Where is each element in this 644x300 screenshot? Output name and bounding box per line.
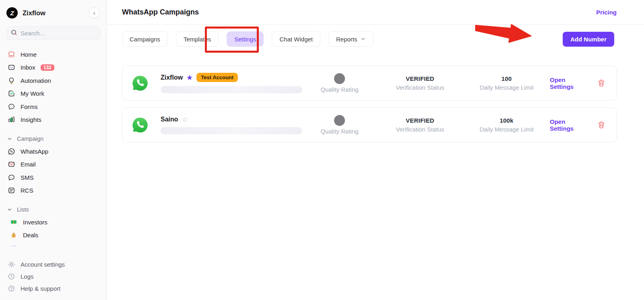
chevron-down-icon (360, 36, 366, 42)
delete-button[interactable] (597, 121, 605, 129)
sidebar-item-email[interactable]: Email (4, 158, 103, 171)
whatsapp-accounts-list: Zixflow ★ Test Account Quality Rating VE… (122, 66, 617, 149)
quality-rating-column: Quality Rating (302, 73, 377, 93)
sidebar-item-label: Account settings (21, 261, 65, 268)
row-actions: Open Settings (550, 76, 605, 90)
home-monitor-icon (7, 50, 15, 58)
tab-campaigns[interactable]: Campaigns (122, 31, 168, 47)
sidebar-item-whatsapp[interactable]: WhatsApp (4, 145, 103, 158)
inbox-unread-badge: 132 (41, 64, 54, 71)
star-filled-icon[interactable]: ★ (186, 74, 193, 81)
list-item-icon (10, 244, 18, 246)
tab-label: Templates (184, 36, 211, 43)
quality-rating-label: Quality Rating (320, 86, 358, 93)
sidebar-item-label: Help & support (21, 285, 60, 292)
sidebar-item-label: Home (21, 51, 37, 58)
banknote-icon (10, 218, 18, 226)
section-label: Lists (17, 206, 29, 213)
sidebar-item-label: Investors (23, 219, 47, 226)
page-title: WhatsApp Campaigns (122, 8, 199, 16)
zixflow-logo: Z (6, 7, 18, 18)
annotation-red-arrow (473, 23, 535, 46)
quality-rating-column: Quality Rating (302, 115, 377, 135)
verification-value: VERIFIED (406, 75, 434, 82)
account-row-zixflow: Zixflow ★ Test Account Quality Rating VE… (122, 66, 617, 101)
sidebar-item-label: WhatsApp Sal (23, 245, 61, 246)
chevron-left-icon: ‹ (93, 10, 95, 16)
section-lists[interactable]: Lists (4, 203, 103, 216)
question-circle-icon (7, 284, 15, 292)
sidebar-item-help-support[interactable]: Help & support (4, 282, 103, 294)
section-campaign[interactable]: Campaign (4, 133, 103, 145)
sidebar-item-inbox[interactable]: Inbox 132 (4, 61, 103, 74)
lightbulb-icon (7, 76, 15, 84)
tab-reports[interactable]: Reports (328, 31, 374, 47)
sidebar-item-label: My Work (21, 90, 44, 97)
sidebar-item-whatsapp-sal-truncated[interactable]: WhatsApp Sal (4, 242, 103, 246)
whatsapp-logo (131, 116, 149, 134)
quality-rating-indicator (334, 115, 345, 126)
tab-label: Chat Widget (279, 36, 313, 43)
sidebar-item-automation[interactable]: Automation (4, 74, 103, 87)
main-content: WhatsApp Campaigns Pricing Campaigns Tem… (107, 0, 644, 300)
daily-limit-label: Daily Message Limit (479, 126, 533, 133)
sidebar-item-label: Email (21, 161, 36, 168)
whatsapp-icon (7, 147, 15, 155)
sidebar-item-logs[interactable]: Logs (4, 270, 103, 282)
search-icon (11, 29, 17, 37)
main-header: WhatsApp Campaigns Pricing (107, 0, 644, 25)
verification-label: Verification Status (396, 126, 444, 133)
tab-settings[interactable]: Settings (227, 31, 264, 47)
open-settings-link[interactable]: Open Settings (550, 76, 587, 90)
sidebar-item-label: Deals (23, 232, 38, 238)
email-envelope-icon (7, 160, 15, 168)
sidebar-item-investors[interactable]: Investors (4, 216, 103, 229)
sidebar-item-insights[interactable]: Insights (4, 113, 103, 127)
brand-name: Zixflow (23, 9, 45, 17)
search-input[interactable] (21, 30, 96, 37)
test-account-badge: Test Account (196, 73, 238, 82)
sidebar-item-sms[interactable]: SMS (4, 171, 103, 184)
verification-value: VERIFIED (406, 117, 434, 124)
money-bag-icon (10, 231, 18, 239)
masked-phone-number (161, 127, 302, 134)
account-name-block: Saino ☆ (161, 116, 302, 134)
sidebar-item-label: Inbox (21, 64, 35, 71)
pricing-link[interactable]: Pricing (596, 9, 617, 16)
sidebar-item-my-work[interactable]: My Work (4, 87, 103, 101)
star-outline-icon[interactable]: ☆ (182, 116, 188, 123)
tab-templates[interactable]: Templates (176, 31, 219, 47)
sidebar: Z Zixflow ‹ Home Inbox 132 (0, 0, 107, 300)
sidebar-item-label: RCS (21, 187, 33, 194)
sidebar-item-account-settings[interactable]: Account settings (4, 258, 103, 270)
delete-button[interactable] (597, 79, 605, 88)
sidebar-collapse-button[interactable]: ‹ (89, 8, 99, 18)
sidebar-item-forms[interactable]: Forms (4, 100, 103, 113)
trash-icon (597, 79, 605, 87)
quality-rating-label: Quality Rating (320, 128, 358, 135)
sidebar-item-rcs[interactable]: RCS (4, 184, 103, 197)
bar-chart-icon (7, 116, 15, 124)
search-box[interactable] (6, 27, 100, 40)
account-name-block: Zixflow ★ Test Account (161, 73, 302, 93)
tab-chat-widget[interactable]: Chat Widget (272, 31, 320, 47)
daily-limit-column: 100 Daily Message Limit (463, 75, 550, 91)
verification-column: VERIFIED Verification Status (377, 75, 463, 91)
sidebar-item-label: Logs (21, 273, 34, 280)
gear-icon (7, 260, 15, 268)
open-settings-link[interactable]: Open Settings (550, 118, 587, 132)
trash-icon (597, 121, 605, 129)
whatsapp-logo (131, 74, 149, 92)
daily-limit-column: 100k Daily Message Limit (463, 117, 550, 133)
sidebar-item-label: SMS (21, 174, 34, 181)
settings-tab-annotated-wrap: Settings (227, 31, 264, 47)
chevron-down-icon (7, 136, 12, 141)
tab-label: Settings (234, 36, 256, 43)
clock-icon (7, 272, 15, 280)
sidebar-item-home[interactable]: Home (4, 48, 103, 61)
row-actions: Open Settings (550, 118, 605, 132)
daily-limit-label: Daily Message Limit (479, 84, 533, 91)
account-name: Saino (161, 116, 178, 123)
add-number-button[interactable]: Add Number (563, 32, 614, 47)
sidebar-item-deals[interactable]: Deals (4, 229, 103, 242)
